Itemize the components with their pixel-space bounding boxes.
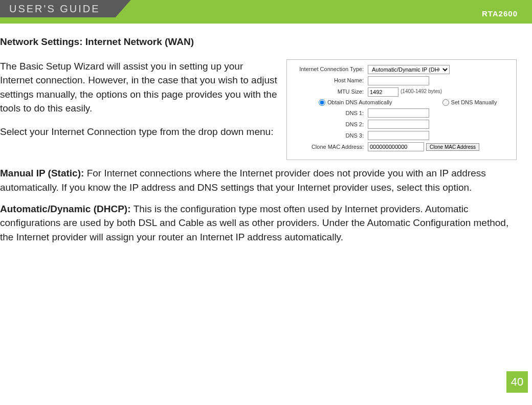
dns-auto-label: Obtain DNS Automatically [327,99,392,107]
guide-tab: USER'S GUIDE [0,0,131,17]
guide-title: USER'S GUIDE [9,3,100,15]
static-bold: Manual IP (Static): [0,168,87,178]
clone-mac-input[interactable] [368,142,424,151]
dns3-input[interactable] [368,131,429,140]
intro-paragraph-1: The Basic Setup Wizard will assist you i… [0,59,277,116]
host-name-input[interactable] [368,76,429,85]
dhcp-bold: Automatic/Dynamic (DHCP): [0,204,134,214]
static-paragraph: Manual IP (Static): For Internet connect… [0,166,517,194]
clone-mac-button[interactable]: Clone MAC Address [426,143,479,151]
dns2-input[interactable] [368,120,429,129]
dns-manual-label: Set DNS Manually [451,99,497,107]
intro-paragraph-2: Select your Internet Connection type fro… [0,125,277,139]
intro-text: The Basic Setup Wizard will assist you i… [0,59,277,161]
dns-manual-radio[interactable] [442,99,449,106]
page-header: USER'S GUIDE RTA2600 [0,0,532,24]
page-number-box: 40 [506,371,528,393]
dns-mode-row: Obtain DNS Automatically Set DNS Manuall… [319,99,510,107]
dns1-label: DNS 1: [291,110,368,117]
page-number: 40 [511,375,523,389]
dhcp-paragraph: Automatic/Dynamic (DHCP): This is the co… [0,202,517,244]
dns1-input[interactable] [368,108,429,118]
conn-type-label: Internet Connection Type: [291,66,368,73]
conn-type-select[interactable]: Automatic/Dynamic IP (DHCP) [368,65,450,74]
section-title: Network Settings: Internet Network (WAN) [0,35,517,49]
wan-settings-panel: Internet Connection Type: Automatic/Dyna… [286,59,517,161]
dns2-label: DNS 2: [291,121,368,128]
mtu-hint: (1400-1492 bytes) [401,88,442,96]
clone-mac-label: Clone MAC Address: [291,144,368,150]
dns3-label: DNS 3: [291,132,368,139]
mtu-label: MTU Size: [291,88,368,95]
model-label: RTA2600 [482,9,518,18]
host-name-label: Host Name: [291,77,368,84]
intro-row: The Basic Setup Wizard will assist you i… [0,59,517,161]
mtu-input[interactable] [368,87,398,97]
dns-auto-radio[interactable] [319,99,325,106]
page-content: Network Settings: Internet Network (WAN)… [0,24,532,244]
